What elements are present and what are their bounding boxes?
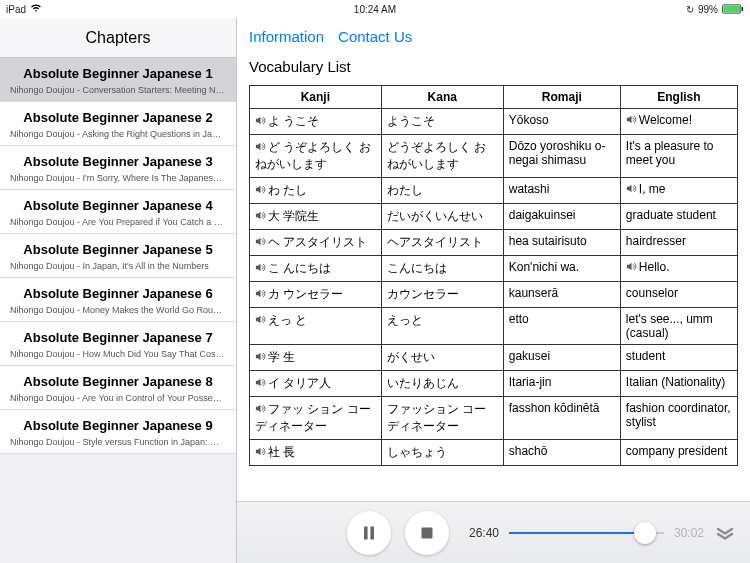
information-link[interactable]: Information [249,28,324,45]
pause-button[interactable] [347,511,391,555]
current-time: 26:40 [469,526,499,540]
seek-bar[interactable] [509,519,664,547]
table-row: ファッ ション コーディネーターファッション コーディネーターfasshon k… [250,397,738,440]
audio-icon[interactable] [255,351,266,362]
chapter-item[interactable]: Absolute Beginner Japanese 7Nihongo Douj… [0,322,236,366]
table-row: 大 学院生だいがくいんせいdaigakuinseigraduate studen… [250,204,738,230]
col-kanji: Kanji [250,86,382,109]
audio-icon[interactable] [255,141,266,152]
chapter-title: Absolute Beginner Japanese 3 [10,154,226,169]
chapter-title: Absolute Beginner Japanese 8 [10,374,226,389]
table-row: よ うこそようこそYōkosoWelcome! [250,109,738,135]
chapter-subtitle: Nihongo Doujou - How Much Did You Say Th… [10,349,226,359]
table-row: こ んにちはこんにちはKon'nichi wa.Hello. [250,256,738,282]
chapter-item[interactable]: Absolute Beginner Japanese 5Nihongo Douj… [0,234,236,278]
chapters-sidebar: Chapters Absolute Beginner Japanese 1Nih… [0,18,237,563]
chapter-item[interactable]: Absolute Beginner Japanese 4Nihongo Douj… [0,190,236,234]
audio-icon[interactable] [255,314,266,325]
chapter-subtitle: Nihongo Doujou - Conversation Starters: … [10,85,226,95]
chapter-subtitle: Nihongo Doujou - In Japan, It's All in t… [10,261,226,271]
chapter-title: Absolute Beginner Japanese 6 [10,286,226,301]
wifi-icon [30,3,42,15]
contact-us-link[interactable]: Contact Us [338,28,412,45]
device-label: iPad [6,4,26,15]
audio-icon[interactable] [255,446,266,457]
audio-icon[interactable] [626,114,637,125]
chapter-subtitle: Nihongo Doujou - I'm Sorry, Where Is The… [10,173,226,183]
svg-rect-1 [723,6,740,12]
chapter-item[interactable]: Absolute Beginner Japanese 3Nihongo Douj… [0,146,236,190]
svg-rect-2 [742,7,743,11]
content-pane: Information Contact Us Vocabulary List K… [237,18,750,563]
chapter-title: Absolute Beginner Japanese 7 [10,330,226,345]
sync-icon: ↻ [686,4,694,15]
total-duration: 30:02 [674,526,704,540]
table-row: えっ とえっとettolet's see..., umm (casual) [250,308,738,345]
status-bar: iPad 10:24 AM ↻ 99% [0,0,750,18]
table-row: 学 生がくせいgakuseistudent [250,345,738,371]
expand-button[interactable] [714,526,736,540]
table-row: わ たしわたしwatashiI, me [250,178,738,204]
stop-button[interactable] [405,511,449,555]
chapter-item[interactable]: Absolute Beginner Japanese 6Nihongo Douj… [0,278,236,322]
audio-icon[interactable] [255,115,266,126]
audio-icon[interactable] [255,288,266,299]
chapter-title: Absolute Beginner Japanese 9 [10,418,226,433]
audio-icon[interactable] [255,184,266,195]
chapter-item[interactable]: Absolute Beginner Japanese 2Nihongo Douj… [0,102,236,146]
audio-icon[interactable] [255,403,266,414]
chapter-subtitle: Nihongo Doujou - Are You in Control of Y… [10,393,226,403]
sidebar-title: Chapters [0,18,236,58]
table-row: ど うぞよろしく おねがいしますどうぞよろしく おねがいしますDōzo yoro… [250,135,738,178]
chapter-title: Absolute Beginner Japanese 5 [10,242,226,257]
audio-icon[interactable] [255,210,266,221]
chapter-item[interactable]: Absolute Beginner Japanese 8Nihongo Douj… [0,366,236,410]
audio-icon[interactable] [255,377,266,388]
page-title: Vocabulary List [237,54,750,85]
svg-rect-3 [364,526,368,539]
chapter-title: Absolute Beginner Japanese 1 [10,66,226,81]
col-romaji: Romaji [503,86,620,109]
audio-icon[interactable] [255,236,266,247]
chapter-title: Absolute Beginner Japanese 4 [10,198,226,213]
battery-percentage: 99% [698,4,718,15]
audio-icon[interactable] [255,262,266,273]
clock: 10:24 AM [354,4,396,15]
table-row: カ ウンセラーカウンセラーkaunserācounselor [250,282,738,308]
col-english: English [620,86,737,109]
table-row: ヘ アスタイリストヘアスタイリストhea sutairisutohairdres… [250,230,738,256]
svg-rect-5 [422,527,433,538]
table-row: 社 長しゃちょうshachōcompany president [250,440,738,466]
chapter-subtitle: Nihongo Doujou - Style versus Function i… [10,437,226,447]
audio-player: 26:40 30:02 [237,501,750,563]
chapter-subtitle: Nihongo Doujou - Money Makes the World G… [10,305,226,315]
table-row: イ タリア人いたりあじんItaria-jinItalian (Nationali… [250,371,738,397]
audio-icon[interactable] [626,183,637,194]
chapter-item[interactable]: Absolute Beginner Japanese 1Nihongo Douj… [0,58,236,102]
audio-icon[interactable] [626,261,637,272]
chapter-list[interactable]: Absolute Beginner Japanese 1Nihongo Douj… [0,58,236,563]
chapter-subtitle: Nihongo Doujou - Asking the Right Questi… [10,129,226,139]
chapter-item[interactable]: Absolute Beginner Japanese 9Nihongo Douj… [0,410,236,454]
chapter-title: Absolute Beginner Japanese 2 [10,110,226,125]
svg-rect-4 [370,526,374,539]
vocabulary-table: Kanji Kana Romaji English よ うこそようこそYōkos… [249,85,738,466]
battery-icon [722,4,744,14]
col-kana: Kana [381,86,503,109]
top-nav: Information Contact Us [237,18,750,54]
chapter-subtitle: Nihongo Doujou - Are You Prepared if You… [10,217,226,227]
